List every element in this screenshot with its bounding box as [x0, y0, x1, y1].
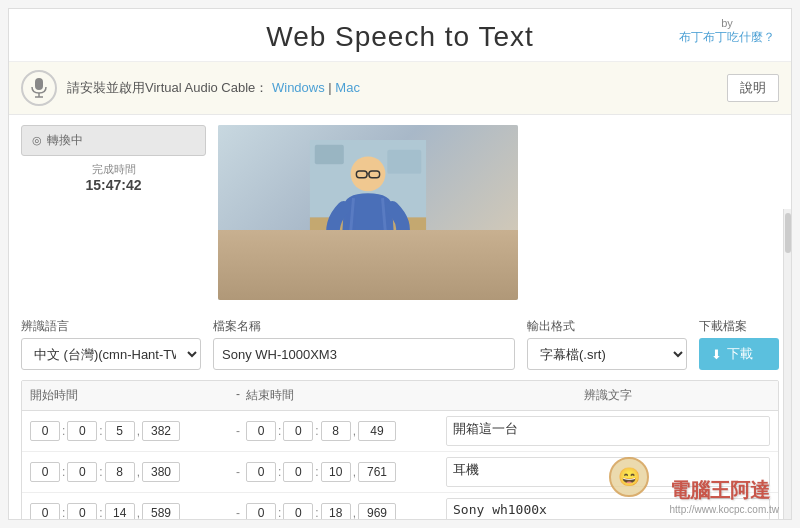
format-label: 輸出格式: [527, 318, 687, 335]
end-s-2[interactable]: [321, 462, 351, 482]
text-area-1[interactable]: 開箱這一台: [446, 416, 770, 446]
explain-button[interactable]: 說明: [727, 74, 779, 102]
end-time-row1: : : ,: [246, 421, 446, 441]
watermark: 😄 電腦王阿達 http://www.kocpc.com.tw: [670, 477, 779, 515]
by-text: by: [721, 17, 733, 29]
download-label-text: 下載: [727, 345, 753, 363]
start-ms-2[interactable]: [142, 462, 180, 482]
table-container: 開始時間 - 結束時間 辨識文字 : : , - : :: [21, 380, 779, 520]
mic-button[interactable]: [21, 70, 57, 106]
svg-point-13: [328, 238, 342, 250]
row-dash-1: -: [230, 424, 246, 438]
mac-link[interactable]: Mac: [335, 80, 360, 95]
svg-rect-16: [358, 244, 388, 267]
converting-label: 轉換中: [47, 132, 83, 149]
end-h-3[interactable]: [246, 503, 276, 520]
start-ms-3[interactable]: [142, 503, 180, 520]
watermark-title: 電腦王阿達: [670, 477, 779, 504]
watermark-avatar: 😄: [609, 457, 649, 497]
format-select[interactable]: 字幕檔(.srt): [527, 338, 687, 370]
lang-group: 辨識語言 中文 (台灣)(cmn-Hant-TW): [21, 318, 201, 370]
start-h-2[interactable]: [30, 462, 60, 482]
download-label: 下載檔案: [699, 318, 779, 335]
th-start: 開始時間: [30, 387, 230, 404]
svg-point-14: [394, 233, 408, 245]
table-row: : : , - : : , 耳機: [22, 452, 778, 493]
page-title: Web Speech to Text: [266, 21, 534, 52]
end-ms-1[interactable]: [358, 421, 396, 441]
end-time-row2: : : ,: [246, 462, 446, 482]
start-time-row1: : : ,: [30, 421, 230, 441]
th-dash: -: [230, 387, 246, 404]
start-m-1[interactable]: [67, 421, 97, 441]
end-ms-3[interactable]: [358, 503, 396, 520]
windows-link[interactable]: Windows: [272, 80, 325, 95]
start-ms-1[interactable]: [142, 421, 180, 441]
start-s-1[interactable]: [105, 421, 135, 441]
svg-rect-15: [356, 242, 390, 269]
start-m-2[interactable]: [67, 462, 97, 482]
left-panel: ◎ 轉換中 完成時間 15:47:42: [21, 125, 206, 300]
start-s-2[interactable]: [105, 462, 135, 482]
filename-input[interactable]: [213, 338, 515, 370]
format-group: 輸出格式 字幕檔(.srt): [527, 318, 687, 370]
svg-rect-0: [35, 78, 43, 90]
author-link[interactable]: 布丁布丁吃什麼？: [679, 30, 775, 44]
main-container: Web Speech to Text by 布丁布丁吃什麼？ 請安裝並啟用Vir…: [8, 8, 792, 520]
install-instruction: 請安裝並啟用Virtual Audio Cable： Windows | Mac: [67, 79, 717, 97]
lang-label: 辨識語言: [21, 318, 201, 335]
start-h-1[interactable]: [30, 421, 60, 441]
filename-group: 檔案名稱: [213, 318, 515, 370]
end-h-1[interactable]: [246, 421, 276, 441]
video-area: [218, 125, 518, 300]
video-thumbnail: [218, 125, 518, 300]
th-end: 結束時間: [246, 387, 446, 404]
download-group: 下載檔案 ⬇ 下載: [699, 318, 779, 370]
end-s-1[interactable]: [321, 421, 351, 441]
instruction-text: 請安裝並啟用Virtual Audio Cable：: [67, 80, 268, 95]
start-h-3[interactable]: [30, 503, 60, 520]
end-h-2[interactable]: [246, 462, 276, 482]
start-time-row3: : : ,: [30, 503, 230, 520]
scrollbar-thumb[interactable]: [785, 213, 791, 253]
header-by: by 布丁布丁吃什麼？: [679, 17, 775, 46]
header: Web Speech to Text by 布丁布丁吃什麼？: [9, 9, 791, 62]
row-dash-2: -: [230, 465, 246, 479]
converting-button[interactable]: ◎ 轉換中: [21, 125, 206, 156]
time-value: 15:47:42: [21, 177, 206, 193]
end-s-3[interactable]: [321, 503, 351, 520]
download-button[interactable]: ⬇ 下載: [699, 338, 779, 370]
fields-row: 辨識語言 中文 (台灣)(cmn-Hant-TW) 檔案名稱 輸出格式 字幕檔(…: [9, 310, 791, 374]
download-icon: ⬇: [711, 347, 722, 362]
end-time-row3: : : ,: [246, 503, 446, 520]
start-m-3[interactable]: [67, 503, 97, 520]
end-m-2[interactable]: [283, 462, 313, 482]
content-area: ◎ 轉換中 完成時間 15:47:42: [9, 115, 791, 310]
row-dash-3: -: [230, 506, 246, 520]
time-display: 完成時間 15:47:42: [21, 162, 206, 193]
start-s-3[interactable]: [105, 503, 135, 520]
table-row: : : , - : : , Sony wh1000x: [22, 493, 778, 520]
table-row: : : , - : : , 開箱這一台: [22, 411, 778, 452]
end-m-3[interactable]: [283, 503, 313, 520]
time-label: 完成時間: [21, 162, 206, 177]
filename-label: 檔案名稱: [213, 318, 515, 335]
table-header: 開始時間 - 結束時間 辨識文字: [22, 381, 778, 411]
svg-rect-5: [315, 145, 344, 164]
end-m-1[interactable]: [283, 421, 313, 441]
converting-icon: ◎: [32, 134, 42, 147]
svg-rect-6: [387, 150, 421, 174]
watermark-url: http://www.kocpc.com.tw: [670, 504, 779, 515]
scrollbar[interactable]: [783, 209, 791, 519]
end-ms-2[interactable]: [358, 462, 396, 482]
lang-select[interactable]: 中文 (台灣)(cmn-Hant-TW): [21, 338, 201, 370]
top-bar: 請安裝並啟用Virtual Audio Cable： Windows | Mac…: [9, 62, 791, 115]
th-text: 辨識文字: [446, 387, 770, 404]
start-time-row2: : : ,: [30, 462, 230, 482]
